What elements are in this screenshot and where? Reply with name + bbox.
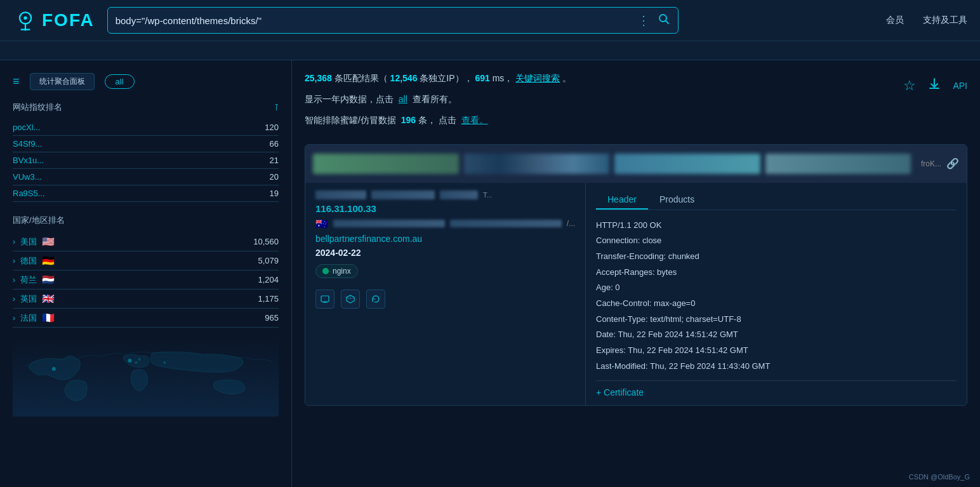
- api-button[interactable]: API: [953, 81, 967, 91]
- svg-point-6: [52, 367, 56, 371]
- country-count-5: 965: [265, 313, 279, 323]
- fingerprint-item-4[interactable]: VUw3... 20: [13, 169, 279, 185]
- header-content: HTTP/1.1 200 OK Connection: close Transf…: [596, 218, 957, 375]
- flag-blur-1: [333, 220, 445, 227]
- search-input[interactable]: [116, 15, 637, 26]
- fingerprint-section-title: 网站指纹排名 ⊺: [13, 102, 279, 113]
- tab-products[interactable]: Products: [648, 190, 706, 210]
- fingerprint-count-5: 19: [270, 189, 279, 198]
- fingerprint-count-2: 66: [270, 139, 279, 149]
- fingerprint-label-1: pocXl...: [13, 123, 40, 132]
- cube-btn[interactable]: [341, 290, 360, 309]
- svg-point-9: [138, 358, 141, 361]
- url-blur-3: [440, 190, 478, 199]
- country-item-2[interactable]: › 德国 🇩🇪 5,079: [13, 251, 279, 270]
- country-name-2: 德国: [20, 255, 37, 267]
- nginx-dot: [322, 268, 329, 274]
- panel-button[interactable]: 统计聚合面板: [30, 73, 95, 90]
- top-section: 25,368 条匹配结果（ 12,546 条独立IP）， 691 ms， 关键词…: [305, 70, 967, 134]
- country-item-3[interactable]: › 荷兰 🇳🇱 1,204: [13, 270, 279, 290]
- fingerprint-count-4: 20: [270, 172, 279, 182]
- header-line-1: HTTP/1.1 200 OK: [596, 218, 957, 234]
- fingerprint-item-1[interactable]: pocXl... 120: [13, 119, 279, 136]
- member-link[interactable]: 会员: [886, 15, 904, 26]
- country-list: › 美国 🇺🇸 10,560 › 德国 🇩🇪 5,079 › 荷兰 🇳: [13, 232, 279, 328]
- svg-line-5: [665, 20, 668, 23]
- certificate-row: + Certificate: [596, 380, 957, 397]
- stats-row-2: 显示一年内数据，点击 all 查看所有。: [305, 91, 903, 107]
- response-time: 691: [475, 73, 489, 83]
- card-actions: [315, 290, 575, 309]
- sidebar: ≡ 统计聚合面板 all 网站指纹排名 ⊺ pocXl... 120 S4Sf9…: [0, 60, 292, 487]
- flag-gb: 🇬🇧: [42, 293, 55, 305]
- funnel-icon[interactable]: ⊺: [274, 102, 279, 112]
- svg-point-10: [135, 361, 138, 364]
- star-button[interactable]: ☆: [903, 77, 916, 94]
- flag-fr: 🇫🇷: [42, 312, 55, 324]
- fingerprint-label-2: S4Sf9...: [13, 139, 42, 149]
- ip-link[interactable]: 116.31.100.33: [315, 203, 376, 214]
- fingerprint-item-3[interactable]: BVx1u... 21: [13, 152, 279, 169]
- header-line-10: Last-Modified: Thu, 22 Feb 2024 11:43:40…: [596, 359, 957, 375]
- keyword-search-link[interactable]: 关键词搜索: [515, 73, 560, 83]
- chevron-icon-4: ›: [13, 295, 15, 304]
- banner-blur-2: [464, 154, 610, 174]
- fingerprint-item-5[interactable]: Ra9S5... 19: [13, 185, 279, 202]
- screenshot-btn[interactable]: [315, 290, 334, 309]
- header-line-4: Accept-Ranges: bytes: [596, 265, 957, 281]
- stats-row-3: 智能排除蜜罐/仿冒数据 196 条， 点击 查看。: [305, 112, 903, 128]
- header-right: 会员 支持及工具: [886, 15, 967, 26]
- stats-row-1: 25,368 条匹配结果（ 12,546 条独立IP）， 691 ms， 关键词…: [305, 70, 903, 86]
- stats-text-6: 智能排除蜜罐/仿冒数据: [305, 115, 396, 125]
- header-line-8: Date: Thu, 22 Feb 2024 14:51:42 GMT: [596, 327, 957, 343]
- certificate-button[interactable]: + Certificate: [596, 387, 644, 397]
- server-label: nginx: [333, 267, 351, 276]
- banner-blur-1: [313, 154, 459, 174]
- banner-label: froK...: [921, 159, 941, 168]
- header-line-5: Age: 0: [596, 280, 957, 296]
- country-count-2: 5,079: [258, 256, 279, 265]
- fingerprint-count-3: 21: [270, 156, 279, 165]
- fingerprint-label-5: Ra9S5...: [13, 189, 45, 198]
- server-badge: nginx: [315, 264, 358, 278]
- chevron-icon-5: ›: [13, 314, 15, 323]
- stats-area: 25,368 条匹配结果（ 12,546 条独立IP）， 691 ms， 关键词…: [305, 70, 903, 134]
- flag-nl: 🇳🇱: [42, 274, 55, 286]
- url-blur-row: T...: [315, 190, 575, 199]
- fingerprint-count-1: 120: [265, 123, 279, 132]
- all-link[interactable]: all: [399, 94, 407, 104]
- card-left: T... 116.31.100.33 🇦🇺 /... bellpart: [305, 183, 586, 406]
- result-card: froK... 🔗 T... 116.31.100.33: [305, 144, 967, 406]
- top-actions: ☆ API: [903, 70, 967, 95]
- chevron-icon-2: ›: [13, 257, 15, 265]
- card-right: Header Products HTTP/1.1 200 OK Connecti…: [586, 183, 967, 406]
- search-icon[interactable]: [658, 13, 670, 29]
- footer-credit: CSDN @OldBoy_G: [909, 473, 970, 481]
- header-line-9: Expires: Thu, 22 Feb 2024 14:51:42 GMT: [596, 343, 957, 359]
- support-tools-link[interactable]: 支持及工具: [923, 15, 967, 26]
- chevron-icon-3: ›: [13, 276, 15, 284]
- header-line-7: Content-Type: text/html; charset=UTF-8: [596, 312, 957, 328]
- chain-icon: 🔗: [946, 157, 959, 170]
- refresh-btn[interactable]: [366, 290, 385, 309]
- card-body: T... 116.31.100.33 🇦🇺 /... bellpart: [305, 183, 967, 406]
- tab-header[interactable]: Header: [596, 190, 648, 210]
- tabs-row: Header Products: [596, 190, 957, 210]
- flag-de: 🇩🇪: [42, 255, 55, 267]
- fingerprint-item-2[interactable]: S4Sf9... 66: [13, 136, 279, 152]
- country-item-1[interactable]: › 美国 🇺🇸 10,560: [13, 232, 279, 251]
- header-line-6: Cache-Control: max-age=0: [596, 296, 957, 312]
- domain-link[interactable]: bellpartnersfinance.com.au: [315, 234, 575, 244]
- logo: FOFA: [13, 8, 95, 33]
- filter-icon[interactable]: ≡: [13, 75, 20, 88]
- url-blur-1: [315, 190, 366, 199]
- flag-au: 🇦🇺: [315, 218, 328, 230]
- view-link[interactable]: 查看。: [461, 115, 488, 125]
- stats-text-1: 条匹配结果（: [334, 73, 388, 83]
- download-button[interactable]: [927, 77, 941, 95]
- all-button[interactable]: all: [105, 74, 135, 89]
- country-item-5[interactable]: › 法国 🇫🇷 965: [13, 309, 279, 328]
- country-count-1: 10,560: [253, 237, 279, 246]
- options-icon[interactable]: ⋮: [637, 13, 650, 28]
- country-item-4[interactable]: › 英国 🇬🇧 1,175: [13, 290, 279, 309]
